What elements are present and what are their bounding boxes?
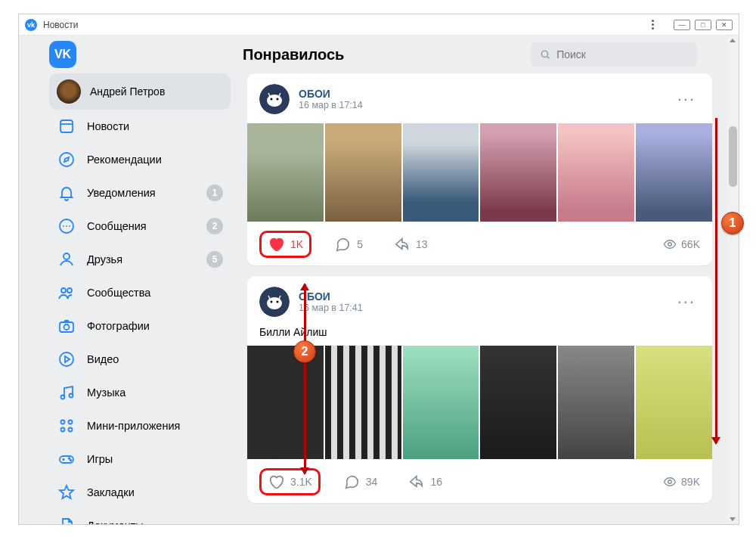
feed: ОБОИ 16 мар в 17:14 ···	[247, 73, 727, 524]
profile-link[interactable]: Андрей Петров	[49, 73, 231, 110]
like-button[interactable]: 1K	[259, 231, 311, 258]
post-avatar[interactable]	[259, 84, 290, 114]
sidebar-label: Рекомендации	[87, 154, 223, 166]
post-date: 16 мар в 17:14	[299, 100, 363, 110]
svg-point-14	[61, 396, 65, 399]
post-avatar[interactable]	[259, 287, 290, 317]
sidebar-item-notifications[interactable]: Уведомления 1	[49, 176, 231, 210]
post-author[interactable]: ОБОИ	[299, 290, 363, 303]
share-button[interactable]: 13	[386, 233, 435, 256]
svg-point-28	[271, 98, 273, 101]
badge: 5	[206, 251, 223, 268]
window-controls: — □ ✕	[674, 20, 733, 30]
scroll-up-icon[interactable]	[730, 39, 736, 42]
search-icon	[540, 48, 550, 61]
like-button[interactable]: 3.1K	[259, 468, 321, 495]
gallery-image[interactable]	[480, 346, 556, 459]
camera-icon	[57, 316, 76, 336]
user-icon	[57, 250, 76, 269]
share-icon	[393, 236, 410, 253]
gallery-image[interactable]	[403, 123, 479, 222]
post-author[interactable]: ОБОИ	[299, 88, 363, 100]
view-count: 89K	[681, 476, 700, 488]
vk-favicon-icon: vk	[25, 19, 37, 31]
sidebar-item-games[interactable]: Игры	[49, 442, 231, 476]
gallery-image[interactable]	[558, 123, 634, 222]
sidebar-item-photos[interactable]: Фотографии	[49, 309, 231, 343]
share-count: 16	[430, 476, 442, 488]
badge: 2	[206, 218, 223, 234]
sidebar-item-messages[interactable]: Сообщения 2	[49, 210, 231, 243]
svg-point-35	[668, 480, 672, 484]
like-count: 3.1K	[290, 476, 312, 488]
sidebar-item-groups[interactable]: Сообщества	[49, 276, 231, 309]
sidebar-label: Друзья	[87, 253, 196, 265]
gallery-image[interactable]	[480, 123, 556, 222]
sidebar-item-video[interactable]: Видео	[49, 343, 231, 376]
gallery-image[interactable]	[636, 123, 712, 222]
menu-kebab-icon[interactable]	[645, 20, 660, 29]
post-more-icon[interactable]: ···	[677, 292, 700, 312]
sidebar-item-friends[interactable]: Друзья 5	[49, 243, 231, 276]
svg-point-12	[60, 352, 73, 366]
close-button[interactable]: ✕	[716, 20, 733, 30]
svg-point-18	[61, 428, 65, 432]
svg-point-9	[67, 288, 72, 293]
sidebar-item-recommendations[interactable]: Рекомендации	[49, 143, 231, 176]
sidebar-label: Новости	[87, 120, 223, 132]
vk-logo-icon[interactable]: VK	[49, 41, 76, 68]
post-gallery	[247, 123, 712, 222]
topbar: VK Понравилось	[19, 36, 727, 73]
svg-point-23	[69, 458, 70, 459]
like-count: 1K	[290, 238, 303, 250]
svg-marker-5	[64, 157, 69, 162]
gallery-image[interactable]	[403, 346, 479, 459]
compass-icon	[57, 150, 76, 169]
search-box[interactable]	[531, 42, 697, 67]
gallery-image[interactable]	[325, 123, 401, 222]
svg-point-27	[267, 95, 282, 107]
svg-rect-10	[60, 322, 73, 332]
share-icon	[407, 473, 424, 490]
sidebar-item-documents[interactable]: Документы	[49, 509, 231, 524]
bell-icon	[57, 183, 76, 203]
svg-point-16	[61, 421, 65, 424]
post-more-icon[interactable]: ···	[677, 89, 700, 109]
comment-button[interactable]: 5	[327, 233, 370, 256]
svg-point-8	[61, 288, 66, 293]
gallery-image[interactable]	[636, 346, 712, 459]
sidebar-label: Музыка	[87, 386, 223, 399]
sidebar: Андрей Петров Новости Рекомендации Уведо…	[49, 73, 231, 524]
message-icon	[57, 216, 76, 236]
gallery-image[interactable]	[558, 346, 634, 459]
sidebar-item-music[interactable]: Музыка	[49, 376, 231, 409]
heart-icon	[268, 473, 284, 490]
sidebar-item-news[interactable]: Новости	[49, 110, 231, 143]
search-input[interactable]	[556, 48, 688, 61]
comment-icon	[334, 236, 351, 253]
gallery-image[interactable]	[325, 346, 401, 459]
avatar	[57, 79, 81, 104]
comment-button[interactable]: 34	[336, 470, 386, 493]
maximize-button[interactable]: □	[695, 20, 711, 30]
share-button[interactable]: 16	[400, 470, 450, 493]
minimize-button[interactable]: —	[674, 20, 690, 30]
scroll-down-icon[interactable]	[730, 517, 736, 521]
svg-point-15	[70, 394, 73, 398]
svg-point-33	[271, 301, 273, 303]
svg-line-1	[547, 56, 549, 58]
app-window: vk Новости — □ ✕ VK Понравилось	[18, 14, 739, 525]
sidebar-item-bookmarks[interactable]: Закладки	[49, 476, 231, 509]
scroll-thumb[interactable]	[729, 126, 737, 187]
svg-point-19	[69, 428, 73, 432]
scrollbar[interactable]	[727, 36, 739, 524]
sidebar-item-miniapps[interactable]: Мини-приложения	[49, 409, 231, 442]
gallery-image[interactable]	[247, 346, 324, 459]
post-text: Билли Айлиш	[247, 326, 712, 346]
eye-icon	[663, 475, 677, 489]
heart-icon	[268, 236, 284, 253]
gallery-image[interactable]	[247, 123, 324, 222]
svg-point-0	[541, 51, 547, 57]
sidebar-label: Сообщества	[87, 287, 223, 299]
apps-icon	[57, 416, 76, 436]
